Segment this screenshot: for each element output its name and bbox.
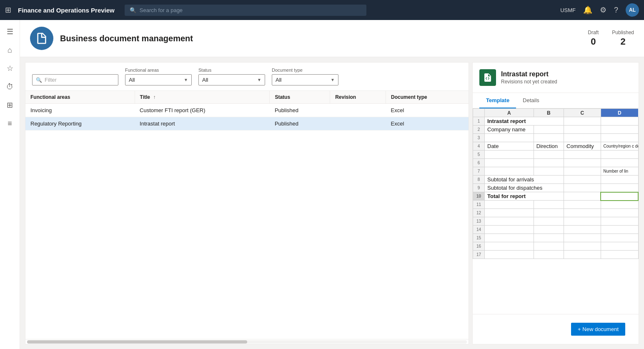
document-icon <box>35 32 48 45</box>
cell-17a <box>485 251 534 259</box>
row-num-15: 15 <box>473 234 485 242</box>
published-label: Published <box>612 30 634 35</box>
sidebar: ☰ ⌂ ☆ ⏱ ⊞ ≡ <box>0 20 20 349</box>
scroll-track[interactable] <box>27 340 467 344</box>
cell-functional-areas: Invoicing <box>25 104 135 117</box>
cell-12a <box>485 209 534 217</box>
cell-6d <box>601 159 638 167</box>
cell-9c <box>564 184 601 192</box>
draft-stat: Draft 0 <box>588 30 599 47</box>
cell-14b <box>534 226 564 234</box>
filter-input[interactable] <box>45 77 115 83</box>
draft-value: 0 <box>588 36 599 47</box>
cell-11c <box>564 201 601 209</box>
cell-4d: Country/region c destination <box>601 142 638 151</box>
document-type-select[interactable]: All <box>276 77 328 83</box>
status-select-wrapper[interactable]: All ▼ <box>198 74 265 85</box>
avatar[interactable]: AL <box>626 3 639 17</box>
tab-details[interactable]: Details <box>516 93 546 108</box>
excel-col-b: B <box>534 109 564 117</box>
table-body: Invoicing Customer FTI report (GER) Publ… <box>25 104 469 131</box>
cell-5d <box>601 151 638 159</box>
horizontal-scrollbar[interactable] <box>25 339 469 344</box>
help-icon[interactable]: ? <box>614 6 618 15</box>
right-panel: Intrastat report Revisions not yet creat… <box>472 62 639 344</box>
cell-13c <box>564 217 601 226</box>
cell-9a: Subtotal for dispatches <box>485 184 564 192</box>
excel-row-9: 9 Subtotal for dispatches <box>473 184 639 192</box>
cell-3c <box>564 134 601 142</box>
document-type-chevron: ▼ <box>331 78 335 82</box>
sidebar-home-icon[interactable]: ⌂ <box>2 42 18 58</box>
row-num-5: 5 <box>473 151 485 159</box>
functional-areas-label: Functional areas <box>125 68 192 73</box>
header-stats: Draft 0 Published 2 <box>588 30 634 47</box>
cell-6c <box>564 159 601 167</box>
functional-areas-select[interactable]: All <box>129 77 181 83</box>
cell-17c <box>564 251 601 259</box>
col-status: Status <box>270 91 330 104</box>
excel-row-10: 10 Total for report <box>473 192 639 201</box>
document-type-select-wrapper[interactable]: All ▼ <box>272 74 338 85</box>
cell-8a: Subtotal for arrivals <box>485 176 564 184</box>
cell-status: Published <box>270 117 330 131</box>
cell-16a <box>485 242 534 251</box>
status-select[interactable]: All <box>202 77 255 83</box>
cell-15b <box>534 234 564 242</box>
scroll-thumb[interactable] <box>27 340 247 344</box>
row-num-11: 11 <box>473 201 485 209</box>
row-num-16: 16 <box>473 242 485 251</box>
search-bar[interactable]: 🔍 <box>125 5 366 16</box>
cell-11a <box>485 201 534 209</box>
settings-icon[interactable]: ⚙ <box>600 5 606 15</box>
col-document-type: Document type <box>386 91 469 104</box>
cell-title: Customer FTI report (GER) <box>135 104 270 117</box>
cell-14a <box>485 226 534 234</box>
row-num-14: 14 <box>473 226 485 234</box>
cell-14d <box>601 226 638 234</box>
col-title[interactable]: Title ↑ <box>135 91 270 104</box>
filter-search-group: 🔍 <box>32 74 118 85</box>
sidebar-workspaces-icon[interactable]: ⊞ <box>2 97 18 113</box>
cell-11b <box>534 201 564 209</box>
cell-2d <box>601 126 638 134</box>
search-input[interactable] <box>140 7 361 13</box>
row-num-7: 7 <box>473 167 485 176</box>
excel-row-2: 2 Company name <box>473 126 639 134</box>
excel-row-15: 15 <box>473 234 639 242</box>
functional-areas-select-wrapper[interactable]: All ▼ <box>125 74 192 85</box>
cell-3a <box>485 134 534 142</box>
table-row[interactable]: Regulatory Reporting Intrastat report Pu… <box>25 117 469 131</box>
sidebar-recent-icon[interactable]: ⏱ <box>2 78 18 95</box>
excel-row-17: 17 <box>473 251 639 259</box>
cell-5a <box>485 151 534 159</box>
table-row[interactable]: Invoicing Customer FTI report (GER) Publ… <box>25 104 469 117</box>
cell-10a: Total for report <box>485 192 564 201</box>
cell-4a: Date <box>485 142 534 151</box>
tab-template[interactable]: Template <box>479 93 516 108</box>
sidebar-list-icon[interactable]: ≡ <box>2 115 18 132</box>
cell-7c <box>564 167 601 176</box>
cell-7d: Number of lin <box>601 167 638 176</box>
cell-8c <box>564 176 601 184</box>
cell-14c <box>564 226 601 234</box>
row-num-6: 6 <box>473 159 485 167</box>
row-num-2: 2 <box>473 126 485 134</box>
new-document-button[interactable]: + New document <box>571 323 625 336</box>
excel-row-6: 6 <box>473 159 639 167</box>
table-header-row: Functional areas Title ↑ Status Revision… <box>25 91 469 104</box>
grid-icon[interactable]: ⊞ <box>5 5 11 15</box>
bell-icon[interactable]: 🔔 <box>583 5 592 15</box>
page-icon <box>30 27 53 50</box>
excel-col-c: C <box>564 109 601 117</box>
row-num-9: 9 <box>473 184 485 192</box>
excel-grid: A B C D 1 Intrastat report <box>473 108 639 259</box>
right-panel-tabs: Template Details <box>473 93 639 108</box>
filter-input-container[interactable]: 🔍 <box>32 74 118 85</box>
company-selector[interactable]: USMF <box>560 7 576 13</box>
right-panel-title: Intrastat report <box>501 70 557 78</box>
sidebar-favorites-icon[interactable]: ☆ <box>2 60 18 77</box>
excel-preview: A B C D 1 Intrastat report <box>473 108 639 314</box>
cell-4c: Commodity <box>564 142 601 151</box>
sidebar-menu-icon[interactable]: ☰ <box>2 23 18 40</box>
